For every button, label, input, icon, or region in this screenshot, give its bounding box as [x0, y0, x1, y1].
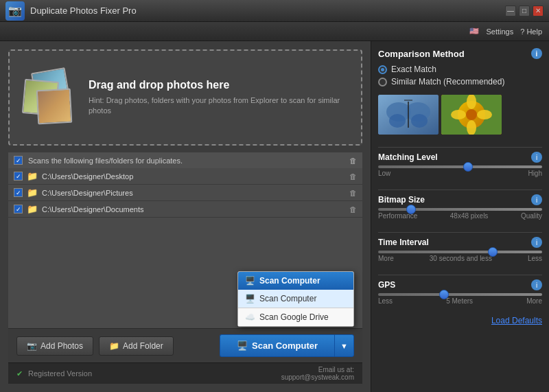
add-photos-label: Add Photos: [40, 341, 83, 351]
app-logo: 📷: [5, 1, 25, 21]
folder-icon-2: 📁: [27, 204, 38, 214]
bitmap-size-title: Bitmap Size: [378, 195, 425, 205]
folder-icon-1: 📁: [27, 187, 38, 198]
bottom-bar: 📷 Add Photos 📁 Add Folder 🖥️ Scan Comput…: [8, 328, 362, 362]
gps-title: GPS: [378, 280, 395, 290]
matching-level-low: Low: [378, 170, 390, 177]
matching-level-range: Low High: [378, 170, 542, 177]
bitmap-size-section: Bitmap Size i Performance 48x48 pixels Q…: [378, 194, 542, 220]
scan-item-2-delete[interactable]: 🗑: [349, 205, 357, 214]
scan-list-header-delete[interactable]: 🗑: [349, 157, 357, 165]
gps-section: GPS i Less 5 Meters More: [378, 279, 542, 305]
time-interval-right: Less: [528, 255, 542, 262]
divider-4: [378, 275, 542, 275]
scan-computer-icon: 🖥️: [245, 294, 255, 303]
matching-level-track[interactable]: [378, 165, 542, 168]
bitmap-size-right: Quality: [521, 212, 542, 220]
scan-list-header-text: Scans the following files/folders for du…: [28, 157, 183, 165]
divider-1: [378, 147, 542, 148]
monitor-icon: 🖥️: [237, 341, 248, 351]
drop-zone[interactable]: Drag and drop photos here Hint: Drag pho…: [8, 49, 362, 146]
scan-item-0-checkbox[interactable]: [14, 172, 23, 181]
main-layout: Drag and drop photos here Hint: Drag pho…: [0, 41, 549, 392]
email-label: Email us at:: [281, 366, 354, 373]
add-photos-icon: 📷: [27, 341, 37, 351]
settings-button[interactable]: Settings: [486, 27, 513, 36]
close-button[interactable]: ✕: [533, 5, 544, 16]
dropdown-item-scan-google-drive[interactable]: ☁️ Scan Google Drive: [238, 308, 353, 326]
time-interval-info-icon[interactable]: i: [531, 237, 542, 248]
dropdown-header-label: Scan Computer: [259, 276, 320, 286]
title-bar: 📷 Duplicate Photos Fixer Pro — □ ✕: [0, 0, 549, 22]
scan-list-header: Scans the following files/folders for du…: [8, 152, 362, 168]
bitmap-size-track[interactable]: [378, 208, 542, 211]
time-interval-track[interactable]: [378, 251, 542, 253]
svg-point-4: [411, 114, 428, 128]
dropdown-item-scan-computer[interactable]: 🖥️ Scan Computer: [238, 290, 353, 308]
matching-level-info-icon[interactable]: i: [531, 152, 542, 163]
time-interval-title: Time Interval: [378, 238, 429, 247]
divider-3: [378, 232, 542, 233]
scan-main-button[interactable]: 🖥️ Scan Computer: [220, 334, 334, 357]
drop-zone-text: Drag and drop photos here Hint: Drag pho…: [89, 79, 351, 117]
svg-point-11: [467, 120, 476, 135]
add-folder-label: Add Folder: [123, 341, 163, 351]
folder-icon-0: 📁: [27, 171, 38, 181]
scan-list-item: 📁 C:\Users\Designer\Pictures 🗑: [8, 185, 362, 201]
gps-label: GPS i: [378, 279, 542, 290]
bitmap-size-info-icon[interactable]: i: [531, 194, 542, 205]
gps-center: 5 Meters: [446, 297, 473, 305]
scan-item-1-path: C:\Users\Designer\Pictures: [42, 189, 133, 197]
scan-item-1-delete[interactable]: 🗑: [349, 189, 357, 197]
matching-level-section: Matching Level i Low High: [378, 152, 542, 177]
divider-2: [378, 189, 542, 190]
time-interval-left: More: [378, 255, 394, 262]
maximize-button[interactable]: □: [519, 5, 530, 16]
comparison-method-info-icon[interactable]: i: [531, 48, 542, 59]
right-panel: Comparison Method i Exact Match Similar …: [371, 41, 549, 392]
scan-list-header-checkbox[interactable]: [14, 156, 23, 165]
registered-status: ✔ Registered Version: [16, 369, 92, 378]
bitmap-size-range: Performance 48x48 pixels Quality: [378, 212, 542, 220]
comparison-method-section: Comparison Method i: [378, 48, 542, 59]
gps-track[interactable]: [378, 293, 542, 296]
top-bar: 🇺🇸 Settings ? Help: [0, 22, 549, 41]
registered-bar: ✔ Registered Version Email us at: suppor…: [8, 362, 362, 384]
photo-card-3: [36, 89, 73, 125]
scan-item-1-checkbox[interactable]: [14, 188, 23, 197]
scan-item-0-delete[interactable]: 🗑: [349, 172, 357, 181]
similar-match-radio[interactable]: Similar Match (Recommended): [378, 77, 542, 87]
load-defaults-link[interactable]: Load Defaults: [378, 316, 542, 325]
scan-list-item: 📁 C:\Users\Designer\Desktop 🗑: [8, 168, 362, 185]
minimize-button[interactable]: —: [505, 5, 516, 16]
flag-menu[interactable]: 🇺🇸: [469, 27, 479, 36]
exact-match-radio-btn: [378, 65, 387, 74]
dropdown-header: 🖥️ Scan Computer: [238, 272, 353, 290]
gps-right: More: [526, 297, 542, 305]
comparison-radio-group: Exact Match Similar Match (Recommended): [378, 65, 542, 89]
add-photos-button[interactable]: 📷 Add Photos: [16, 336, 93, 356]
scan-item-2-checkbox[interactable]: [14, 205, 23, 214]
svg-point-9: [466, 109, 477, 120]
similar-match-label: Similar Match (Recommended): [391, 77, 504, 87]
scan-item-2-path: C:\Users\Designer\Documents: [42, 205, 144, 214]
chevron-down-icon: ▼: [340, 342, 348, 350]
gps-info-icon[interactable]: i: [531, 279, 542, 290]
dropdown-header-icon: 🖥️: [245, 276, 255, 286]
bitmap-size-label: Bitmap Size i: [378, 194, 542, 205]
matching-level-title: Matching Level: [378, 152, 438, 162]
add-folder-button[interactable]: 📁 Add Folder: [99, 336, 174, 356]
help-button[interactable]: ? Help: [520, 27, 542, 36]
window-title: Duplicate Photos Fixer Pro: [30, 5, 137, 16]
drop-zone-hint: Hint: Drag photos, folders with your pho…: [89, 95, 351, 117]
title-bar-left: 📷 Duplicate Photos Fixer Pro: [5, 1, 137, 21]
bitmap-size-thumb[interactable]: [406, 205, 416, 214]
scan-arrow-button[interactable]: ▼: [334, 334, 354, 357]
add-folder-icon: 📁: [109, 341, 119, 351]
drop-zone-heading: Drag and drop photos here: [89, 79, 351, 91]
preview-images: [378, 95, 542, 135]
matching-level-high: High: [528, 170, 542, 177]
gps-thumb[interactable]: [439, 290, 449, 299]
exact-match-radio[interactable]: Exact Match: [378, 65, 542, 74]
scan-main-label: Scan Computer: [252, 341, 318, 351]
